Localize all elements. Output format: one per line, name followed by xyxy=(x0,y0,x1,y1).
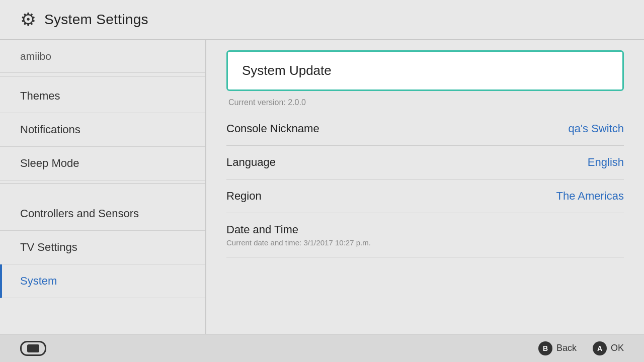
sidebar-item-label: Notifications xyxy=(20,123,80,136)
sidebar-gap xyxy=(0,187,205,197)
content-area: System Update Current version: 2.0.0 Con… xyxy=(206,40,644,334)
system-update-title: System Update xyxy=(242,63,608,78)
sidebar-item-label: System xyxy=(20,275,57,287)
console-nickname-row[interactable]: Console Nickname qa's Switch xyxy=(226,112,624,146)
sidebar-item-label: Sleep Mode xyxy=(20,157,79,169)
language-label: Language xyxy=(226,156,276,169)
a-button-icon: A xyxy=(593,341,607,355)
bottom-left xyxy=(20,341,46,356)
date-and-time-row[interactable]: Date and Time Current date and time: 3/1… xyxy=(226,213,624,257)
bottom-right: B Back A OK xyxy=(538,341,624,355)
main-layout: amiibo Themes Notifications Sleep Mode C… xyxy=(0,40,644,334)
sidebar-item-label: Controllers and Sensors xyxy=(20,207,139,220)
system-update-subtitle: Current version: 2.0.0 xyxy=(226,95,624,107)
back-button-hint[interactable]: B Back xyxy=(538,341,577,355)
sidebar-item-controllers-and-sensors[interactable]: Controllers and Sensors xyxy=(0,197,205,231)
ok-label: OK xyxy=(611,343,624,353)
sidebar-divider-1 xyxy=(0,76,205,76)
settings-icon: ⚙ xyxy=(20,9,36,30)
console-nickname-label: Console Nickname xyxy=(226,122,319,135)
system-update-card[interactable]: System Update xyxy=(226,50,624,91)
header: ⚙ System Settings xyxy=(0,0,644,40)
sidebar-item-label: TV Settings xyxy=(20,241,77,253)
ok-button-hint[interactable]: A OK xyxy=(593,341,624,355)
sidebar-item-amiibo[interactable]: amiibo xyxy=(0,40,205,73)
sidebar-item-sleep-mode[interactable]: Sleep Mode xyxy=(0,147,205,180)
sidebar-divider-2 xyxy=(0,184,205,184)
region-value: The Americas xyxy=(556,190,624,203)
language-row[interactable]: Language English xyxy=(226,146,624,179)
sidebar-item-label: amiibo xyxy=(20,50,51,62)
region-label: Region xyxy=(226,190,262,203)
page-title: System Settings xyxy=(44,12,148,28)
sidebar-item-label: Themes xyxy=(20,89,60,102)
controller-icon xyxy=(20,341,46,356)
language-value: English xyxy=(588,156,624,169)
bottom-bar: B Back A OK xyxy=(0,334,644,362)
console-nickname-value: qa's Switch xyxy=(568,122,624,135)
sidebar-item-notifications[interactable]: Notifications xyxy=(0,113,205,147)
date-and-time-subtitle: Current date and time: 3/1/2017 10:27 p.… xyxy=(226,238,371,247)
back-label: Back xyxy=(556,343,577,353)
sidebar-item-tv-settings[interactable]: TV Settings xyxy=(0,231,205,264)
sidebar-item-themes[interactable]: Themes xyxy=(0,79,205,113)
sidebar-item-system[interactable]: System xyxy=(0,264,205,298)
b-button-icon: B xyxy=(538,341,552,355)
date-and-time-label: Date and Time xyxy=(226,223,298,236)
controller-screen xyxy=(27,344,39,352)
sidebar: amiibo Themes Notifications Sleep Mode C… xyxy=(0,40,206,334)
region-row[interactable]: Region The Americas xyxy=(226,179,624,213)
